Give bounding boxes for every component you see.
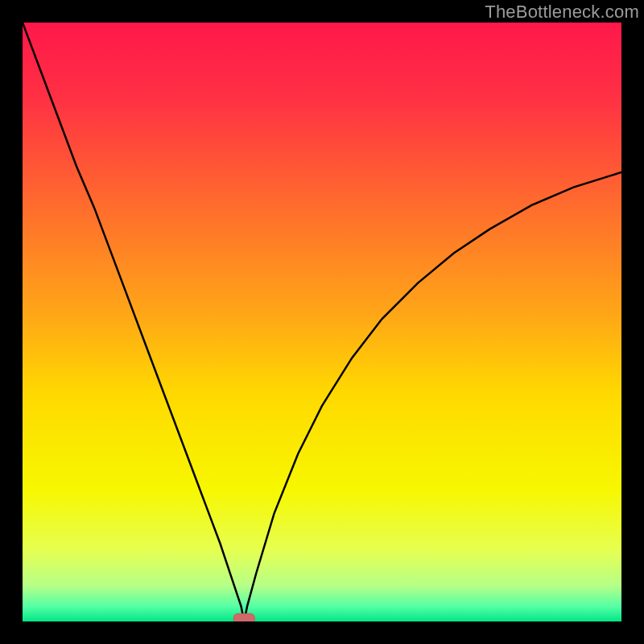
watermark-text: TheBottleneck.com [485, 2, 639, 23]
chart-root: TheBottleneck.com [0, 0, 644, 644]
gradient-background [23, 23, 621, 621]
minimum-marker [233, 613, 254, 621]
plot-svg [23, 23, 621, 621]
plot-area [23, 23, 621, 621]
